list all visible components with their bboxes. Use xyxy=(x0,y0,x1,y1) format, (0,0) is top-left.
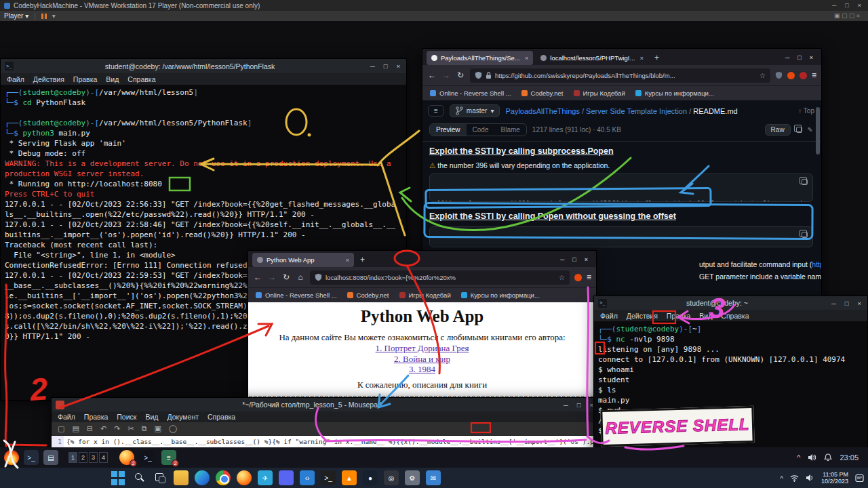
file-view-tabs[interactable]: Preview Code Blame xyxy=(429,123,527,136)
file-explorer-icon[interactable] xyxy=(174,470,189,485)
tray-expand-icon[interactable]: ^ xyxy=(797,453,800,462)
menu-item[interactable]: Правка xyxy=(667,312,690,320)
edit-pencil-icon[interactable]: ✎ xyxy=(808,126,813,134)
tab-close-icon[interactable]: × xyxy=(345,256,349,264)
vlc-icon[interactable]: ▲ xyxy=(342,470,357,485)
breadcrumb-repo[interactable]: PayloadsAllTheThings xyxy=(505,107,579,115)
find-icon[interactable]: ◯ xyxy=(169,424,177,433)
close-button[interactable]: × xyxy=(585,256,588,263)
start-button[interactable] xyxy=(111,470,125,485)
cut-icon[interactable]: ✂ xyxy=(127,424,134,433)
menu-item[interactable]: Вид xyxy=(145,413,158,421)
bookmark-star-icon[interactable]: ☆ xyxy=(760,72,766,79)
raw-button[interactable]: Raw xyxy=(765,124,791,136)
copy-code-icon[interactable] xyxy=(802,232,808,238)
tab-localhost-phptwig[interactable]: localhost/lesson5/PHPTwigI... × xyxy=(536,51,648,65)
book-link-1[interactable]: 1. Портрет Дориана Грея xyxy=(248,343,596,354)
code-block-popen[interactable]: {% for x in ().__class__.__base__.__subc… xyxy=(429,226,813,247)
top-link[interactable]: ↑ Top xyxy=(798,107,814,115)
minimize-button[interactable]: ─ xyxy=(560,256,564,263)
vmware-player-menu[interactable]: Player ▾ xyxy=(4,12,28,20)
menu-item[interactable]: Вид xyxy=(106,75,119,83)
bookmark-item[interactable]: Codeby.net xyxy=(521,89,564,97)
bookmark-item[interactable]: Online - Reverse Shell ... xyxy=(256,291,337,299)
firefox-running-icon[interactable]: 2 xyxy=(119,450,134,465)
menu-item[interactable]: Справка xyxy=(721,312,749,320)
url-bar[interactable]: https://github.com/swisskyrepo/PayloadsA… xyxy=(470,68,770,83)
close-button[interactable]: × xyxy=(810,54,813,61)
ssti-heading-1[interactable]: Exploit the SSTI by calling subprocess.P… xyxy=(429,146,614,156)
vm-suspend-icon[interactable] xyxy=(41,14,47,19)
terminal-launcher-icon[interactable]: >_ xyxy=(24,450,39,465)
open-file-icon[interactable]: ▤ xyxy=(72,424,79,433)
wifi-icon[interactable] xyxy=(790,474,799,482)
tab-close-icon[interactable]: × xyxy=(525,54,529,62)
tray-expand-icon[interactable]: ^ xyxy=(780,474,783,482)
mousepad-titlebar[interactable]: *~/Рабочий стол/tmp_lesson_5 - Mousepad … xyxy=(52,398,599,411)
ssti-heading-2[interactable]: Exploit the SSTI by calling Popen withou… xyxy=(429,211,676,221)
terminal-running-icon[interactable]: >_ xyxy=(140,450,155,465)
menu-hamburger-icon[interactable]: ≡ xyxy=(587,272,591,282)
tab-payloadsallthethings[interactable]: PayloadsAllTheThings/Se... × xyxy=(427,51,533,65)
close-button[interactable]: × xyxy=(396,62,400,70)
edge-icon[interactable] xyxy=(195,470,210,485)
terminal1-titlebar[interactable]: >_ student@codeby: /var/www/html/lesson5… xyxy=(1,59,406,73)
mail-icon[interactable]: ✉ xyxy=(426,470,441,485)
shield-permissions-icon[interactable] xyxy=(775,71,783,79)
workspace-switcher[interactable]: 1234 xyxy=(68,452,109,463)
bookmark-item[interactable]: Игры Кодебай xyxy=(574,89,625,97)
discord-icon[interactable] xyxy=(279,470,294,485)
book-link-2[interactable]: 2. Война и мир xyxy=(248,354,596,365)
bookmark-item[interactable]: Курсы по информаци... xyxy=(635,89,714,97)
bookmark-item[interactable]: Курсы по информаци... xyxy=(461,291,540,299)
vmware-maximize-button[interactable]: □ xyxy=(845,2,848,9)
vm-suspend-caret[interactable]: ▾ xyxy=(52,12,56,20)
minimize-button[interactable]: ─ xyxy=(785,54,789,61)
menu-item[interactable]: Вид xyxy=(699,312,712,320)
breadcrumb-folder[interactable]: Server Side Template Injection xyxy=(586,107,687,115)
code-block-subprocess[interactable]: {{''.__class__.mro()[1].__subclasses__()… xyxy=(429,174,813,202)
workspace-4[interactable]: 4 xyxy=(99,452,108,463)
redo-icon[interactable]: ↷ xyxy=(114,424,120,433)
scrollbar[interactable] xyxy=(816,107,820,155)
forward-icon[interactable]: → xyxy=(441,70,451,80)
new-tab-button[interactable]: + xyxy=(357,255,368,264)
copy-raw-icon[interactable] xyxy=(796,127,802,133)
copy-icon[interactable]: ⧉ xyxy=(142,424,147,433)
copy-code-icon[interactable] xyxy=(802,179,808,185)
refresh-icon[interactable]: ↻ xyxy=(456,70,465,80)
back-icon[interactable]: ← xyxy=(427,70,437,80)
refresh-icon[interactable]: ↻ xyxy=(281,272,291,282)
menu-item[interactable]: Правка xyxy=(84,413,108,421)
menu-item[interactable]: Файл xyxy=(600,312,618,320)
bookmark-star-icon[interactable]: ☆ xyxy=(559,274,565,281)
tab-preview[interactable]: Preview xyxy=(430,124,467,136)
steam-icon[interactable]: ● xyxy=(363,470,378,485)
terminal2-titlebar[interactable]: >_ student@codeby: ~ ─ □ × xyxy=(594,296,867,310)
menu-item[interactable]: Правка xyxy=(73,75,97,83)
bookmark-item[interactable]: Online - Reverse Shell ... xyxy=(430,89,511,97)
tab-code[interactable]: Code xyxy=(467,124,495,136)
vmware-close-button[interactable]: × xyxy=(858,2,861,9)
volume-icon[interactable] xyxy=(808,453,816,462)
menu-item[interactable]: Файл xyxy=(7,75,24,83)
kali-menu-icon[interactable] xyxy=(4,450,19,465)
volume-icon[interactable] xyxy=(806,474,814,482)
undo-icon[interactable]: ↶ xyxy=(100,424,106,433)
vmware-minimize-button[interactable]: ─ xyxy=(832,2,836,9)
extension-icon[interactable] xyxy=(787,72,795,79)
maximize-button[interactable]: □ xyxy=(797,54,801,61)
obs-icon[interactable]: ◎ xyxy=(384,470,399,485)
menu-item[interactable]: Документ xyxy=(167,413,199,421)
file-manager-icon[interactable]: ▤ xyxy=(43,450,58,465)
vm-clock[interactable]: 23:05 xyxy=(840,453,859,462)
search-icon[interactable] xyxy=(132,470,146,485)
maximize-button[interactable]: □ xyxy=(577,401,581,409)
tab-blame[interactable]: Blame xyxy=(494,124,526,136)
notifications-bell-icon[interactable] xyxy=(824,453,832,462)
mousepad-running-icon[interactable]: ≡2 xyxy=(161,450,176,465)
forward-icon[interactable]: → xyxy=(267,272,277,282)
back-icon[interactable]: ← xyxy=(253,272,262,282)
minimize-button[interactable]: ─ xyxy=(370,62,375,70)
minimize-button[interactable]: ─ xyxy=(564,401,568,409)
